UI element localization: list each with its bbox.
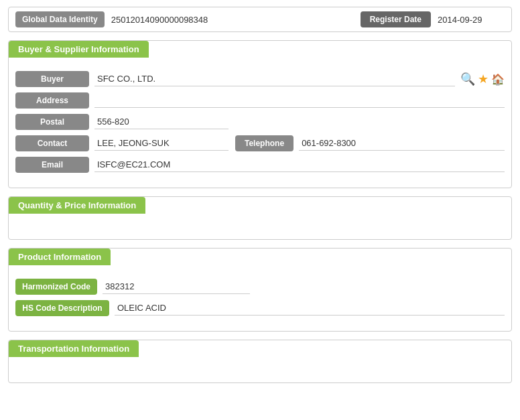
contact-value: LEE, JEONG-SUK — [94, 136, 229, 151]
contact-row: Contact LEE, JEONG-SUK Telephone 061-692… — [15, 135, 505, 151]
hs-desc-value: OLEIC ACID — [115, 301, 505, 316]
star-icon[interactable]: ★ — [478, 72, 489, 86]
address-row: Address — [15, 92, 505, 109]
buyer-supplier-header: Buyer & Supplier Information — [9, 41, 149, 58]
quantity-price-section: Quantity & Price Information — [8, 196, 512, 240]
reg-date-value: 2014-09-29 — [438, 15, 505, 25]
buyer-value: SFC CO., LTD. — [94, 72, 455, 86]
email-value: ISFC@EC21.COM — [94, 157, 505, 172]
home-icon[interactable]: 🏠 — [491, 73, 505, 86]
quantity-price-header: Quantity & Price Information — [9, 197, 145, 214]
gdi-label: Global Data Identity — [15, 11, 105, 27]
hs-desc-label: HS Code Description — [15, 300, 109, 316]
email-label: Email — [15, 157, 89, 173]
harmonized-code-label: Harmonized Code — [15, 279, 97, 295]
buyer-icons: 🔍 ★ 🏠 — [460, 72, 505, 86]
harmonized-code-row: Harmonized Code 382312 — [15, 279, 505, 295]
telephone-value: 061-692-8300 — [299, 136, 505, 151]
global-data-bar: Global Data Identity 2501201409000009834… — [8, 7, 512, 32]
postal-value: 556-820 — [94, 115, 229, 129]
transportation-section: Transportation Information — [8, 340, 512, 383]
search-icon[interactable]: 🔍 — [460, 72, 475, 86]
buyer-supplier-section: Buyer & Supplier Information Buyer SFC C… — [8, 40, 512, 188]
reg-date-label: Register Date — [361, 11, 431, 27]
address-value — [94, 93, 505, 108]
email-row: Email ISFC@EC21.COM — [15, 157, 505, 173]
address-label: Address — [15, 92, 89, 109]
gdi-value: 25012014090000098348 — [111, 15, 361, 25]
hs-desc-row: HS Code Description OLEIC ACID — [15, 300, 505, 316]
postal-row: Postal 556-820 — [15, 114, 505, 130]
buyer-row: Buyer SFC CO., LTD. 🔍 ★ 🏠 — [15, 71, 505, 87]
contact-label: Contact — [15, 135, 89, 151]
telephone-label: Telephone — [235, 135, 294, 151]
postal-label: Postal — [15, 114, 89, 130]
product-info-header: Product Information — [9, 249, 111, 265]
harmonized-code-value: 382312 — [103, 279, 250, 294]
buyer-label: Buyer — [15, 71, 89, 87]
product-info-section: Product Information Harmonized Code 3823… — [8, 248, 512, 332]
transportation-header: Transportation Information — [9, 340, 139, 357]
